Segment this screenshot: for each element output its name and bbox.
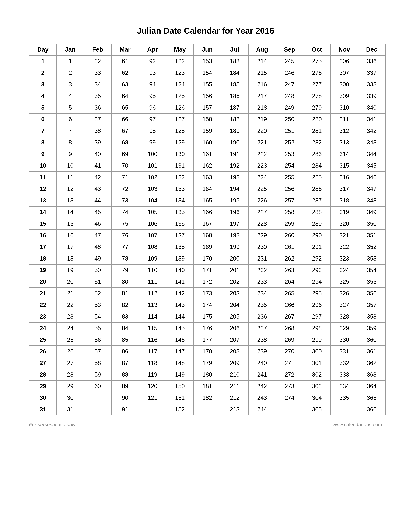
day-cell: 23 bbox=[29, 311, 56, 323]
value-cell-jan: 29 bbox=[56, 380, 84, 392]
value-cell-jan: 14 bbox=[56, 206, 84, 218]
value-cell-jul: 186 bbox=[221, 90, 248, 102]
value-cell-jan: 24 bbox=[56, 323, 84, 334]
value-cell-jul: 201 bbox=[221, 264, 248, 276]
value-cell-jun: 165 bbox=[194, 195, 221, 206]
value-cell-feb: 46 bbox=[84, 218, 111, 229]
value-cell-jul: 197 bbox=[221, 218, 248, 229]
value-cell-sep: 253 bbox=[276, 148, 303, 160]
table-row: 66376697127158188219250280311341 bbox=[29, 114, 385, 125]
day-cell: 21 bbox=[29, 288, 56, 299]
value-cell-dec: 356 bbox=[358, 288, 385, 299]
value-cell-feb: 32 bbox=[84, 56, 111, 67]
value-cell-jul: 185 bbox=[221, 79, 248, 90]
value-cell-apr: 103 bbox=[139, 183, 166, 195]
value-cell-jun: 175 bbox=[194, 311, 221, 323]
value-cell-jul: 196 bbox=[221, 206, 248, 218]
table-row: 303090121151182212243274304335365 bbox=[29, 392, 385, 404]
table-row: 27275887118148179209240271301332362 bbox=[29, 357, 385, 369]
table-row: 19195079110140171201232263293324354 bbox=[29, 264, 385, 276]
value-cell-apr: 109 bbox=[139, 253, 166, 264]
value-cell-sep: 267 bbox=[276, 311, 303, 323]
column-header-jun: Jun bbox=[194, 44, 221, 56]
day-cell: 15 bbox=[29, 218, 56, 229]
value-cell-oct: 285 bbox=[303, 171, 331, 183]
value-cell-feb: 41 bbox=[84, 160, 111, 171]
day-cell: 22 bbox=[29, 299, 56, 311]
table-header-row: DayJanFebMarAprMayJunJulAugSepOctNovDec bbox=[29, 44, 385, 56]
value-cell-oct: 296 bbox=[303, 299, 331, 311]
value-cell-sep: 265 bbox=[276, 288, 303, 299]
table-row: 55366596126157187218249279310340 bbox=[29, 102, 385, 114]
value-cell-aug: 225 bbox=[248, 183, 276, 195]
value-cell-apr: 99 bbox=[139, 137, 166, 148]
value-cell-apr: 100 bbox=[139, 148, 166, 160]
value-cell-feb: 55 bbox=[84, 323, 111, 334]
value-cell-jun: 168 bbox=[194, 229, 221, 241]
value-cell-jan: 6 bbox=[56, 114, 84, 125]
value-cell-sep: 250 bbox=[276, 114, 303, 125]
value-cell-nov: 326 bbox=[331, 288, 358, 299]
column-header-jan: Jan bbox=[56, 44, 84, 56]
value-cell-may: 138 bbox=[166, 241, 194, 253]
value-cell-oct: 298 bbox=[303, 323, 331, 334]
value-cell-aug: 220 bbox=[248, 125, 276, 137]
value-cell-apr: 104 bbox=[139, 195, 166, 206]
table-row: 12124372103133164194225256286317347 bbox=[29, 183, 385, 195]
day-cell: 20 bbox=[29, 276, 56, 288]
value-cell-dec: 361 bbox=[358, 346, 385, 357]
value-cell-oct: 281 bbox=[303, 125, 331, 137]
value-cell-sep: 254 bbox=[276, 160, 303, 171]
value-cell-aug: 239 bbox=[248, 346, 276, 357]
value-cell-jan: 9 bbox=[56, 148, 84, 160]
value-cell-feb: 45 bbox=[84, 206, 111, 218]
value-cell-jun: 177 bbox=[194, 334, 221, 346]
value-cell-dec: 343 bbox=[358, 137, 385, 148]
value-cell-mar: 74 bbox=[111, 206, 139, 218]
value-cell-apr: 108 bbox=[139, 241, 166, 253]
julian-calendar-table: DayJanFebMarAprMayJunJulAugSepOctNovDec … bbox=[29, 44, 385, 416]
value-cell-aug: 228 bbox=[248, 218, 276, 229]
value-cell-may: 132 bbox=[166, 171, 194, 183]
value-cell-nov: 322 bbox=[331, 241, 358, 253]
value-cell-mar: 65 bbox=[111, 102, 139, 114]
value-cell-aug: 218 bbox=[248, 102, 276, 114]
value-cell-jul: 212 bbox=[221, 392, 248, 404]
value-cell-may: 123 bbox=[166, 67, 194, 79]
value-cell-jul: 200 bbox=[221, 253, 248, 264]
value-cell-jun: 158 bbox=[194, 114, 221, 125]
value-cell-jul: 205 bbox=[221, 311, 248, 323]
value-cell-jul: 188 bbox=[221, 114, 248, 125]
value-cell-dec: 340 bbox=[358, 102, 385, 114]
value-cell-may: 139 bbox=[166, 253, 194, 264]
value-cell-jan: 27 bbox=[56, 357, 84, 369]
value-cell-dec: 354 bbox=[358, 264, 385, 276]
column-header-may: May bbox=[166, 44, 194, 56]
value-cell-apr: 101 bbox=[139, 160, 166, 171]
value-cell-sep: 263 bbox=[276, 264, 303, 276]
value-cell-apr: 121 bbox=[139, 392, 166, 404]
value-cell-may: 143 bbox=[166, 299, 194, 311]
value-cell-may: 131 bbox=[166, 160, 194, 171]
value-cell-mar: 77 bbox=[111, 241, 139, 253]
value-cell-jul: 195 bbox=[221, 195, 248, 206]
value-cell-aug: 230 bbox=[248, 241, 276, 253]
value-cell-apr: 110 bbox=[139, 264, 166, 276]
value-cell-dec: 365 bbox=[358, 392, 385, 404]
value-cell-jan: 15 bbox=[56, 218, 84, 229]
value-cell-dec: 362 bbox=[358, 357, 385, 369]
value-cell-may: 126 bbox=[166, 102, 194, 114]
value-cell-dec: 353 bbox=[358, 253, 385, 264]
value-cell-aug: 234 bbox=[248, 288, 276, 299]
value-cell-may: 149 bbox=[166, 369, 194, 380]
value-cell-nov: 320 bbox=[331, 218, 358, 229]
page-title: Julian Date Calendar for Year 2016 bbox=[29, 26, 382, 36]
value-cell-jan: 5 bbox=[56, 102, 84, 114]
column-header-apr: Apr bbox=[139, 44, 166, 56]
value-cell-feb: 54 bbox=[84, 311, 111, 323]
day-cell: 6 bbox=[29, 114, 56, 125]
value-cell-mar: 68 bbox=[111, 137, 139, 148]
value-cell-jun: 160 bbox=[194, 137, 221, 148]
value-cell-dec: 351 bbox=[358, 229, 385, 241]
value-cell-feb: 48 bbox=[84, 241, 111, 253]
